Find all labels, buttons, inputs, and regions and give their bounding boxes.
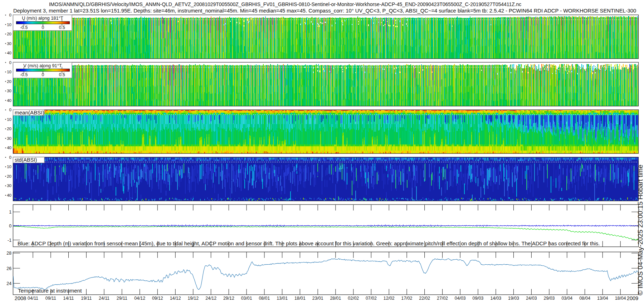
svg-text:0.5: 0.5: [59, 25, 65, 30]
svg-text:29/11: 29/11: [117, 296, 127, 301]
svg-text:04/11: 04/11: [28, 296, 38, 301]
svg-text:27/02: 27/02: [437, 296, 448, 301]
svg-text:© IMOS 04-May-2025 23:00:15 Ho: © IMOS 04-May-2025 23:00:15 Hobart time: [636, 165, 644, 295]
svg-text:0.5: 0.5: [59, 72, 65, 77]
svg-text:2008: 2008: [15, 295, 26, 301]
svg-text:22/02: 22/02: [419, 296, 430, 301]
svg-text:03/01: 03/01: [241, 296, 252, 301]
svg-text:0: 0: [42, 72, 44, 77]
svg-text:Deployment 3, member 1 lat=23.: Deployment 3, member 1 lat=23.51S lon=15…: [13, 8, 636, 14]
svg-text:0: 0: [9, 224, 11, 229]
svg-text:09/03: 09/03: [473, 296, 484, 301]
svg-text:19/11: 19/11: [81, 296, 92, 301]
svg-text:08/01: 08/01: [259, 296, 270, 301]
svg-text:04/12: 04/12: [134, 296, 145, 301]
svg-text:-0.5: -0.5: [20, 25, 28, 30]
svg-text:14/11: 14/11: [63, 296, 74, 301]
svg-text:30: 30: [7, 183, 11, 188]
svg-text:Blue: ADCP Depth (m) variation: Blue: ADCP Depth (m) variation from sens…: [18, 240, 600, 246]
svg-text:0: 0: [9, 60, 11, 65]
svg-text:17/02: 17/02: [401, 296, 413, 301]
svg-text:30: 30: [7, 41, 11, 46]
svg-text:24/12: 24/12: [205, 296, 216, 301]
svg-text:IMOS/ANMN/QLD/GBRHIS/Velocity/: IMOS/ANMN/QLD/GBRHIS/Velocity/IMOS_ANMN-…: [49, 1, 521, 7]
svg-text:40: 40: [7, 193, 11, 197]
svg-text:-0.5: -0.5: [20, 72, 28, 77]
svg-text:07/02: 07/02: [366, 296, 377, 301]
svg-text:24/03: 24/03: [526, 296, 537, 301]
svg-text:08/04: 08/04: [579, 296, 590, 301]
svg-text:09/12: 09/12: [152, 296, 163, 301]
svg-text:04/03: 04/03: [455, 296, 466, 301]
svg-text:10: 10: [7, 165, 11, 169]
svg-text:-1: -1: [8, 238, 11, 243]
svg-text:09/11: 09/11: [45, 296, 56, 301]
svg-text:40: 40: [7, 51, 11, 55]
svg-text:10: 10: [7, 23, 11, 27]
svg-text:10: 10: [7, 70, 11, 74]
svg-text:26: 26: [6, 266, 11, 271]
svg-text:40: 40: [7, 98, 11, 103]
svg-text:10: 10: [7, 117, 11, 122]
svg-text:std(ABSI): std(ABSI): [15, 157, 37, 163]
svg-text:mean(ABSI): mean(ABSI): [15, 109, 44, 116]
svg-text:03/04: 03/04: [561, 296, 572, 301]
svg-text:13/01: 13/01: [277, 296, 288, 301]
svg-text:U (m/s) along 181°T: U (m/s) along 181°T: [22, 15, 63, 21]
svg-text:0: 0: [9, 13, 11, 17]
svg-text:24/11: 24/11: [99, 296, 109, 301]
svg-text:23/01: 23/01: [312, 296, 323, 301]
svg-text:24: 24: [6, 281, 11, 286]
svg-text:30: 30: [7, 136, 11, 141]
svg-text:30: 30: [7, 89, 11, 93]
svg-text:40: 40: [7, 146, 11, 150]
svg-text:12/02: 12/02: [384, 296, 395, 301]
svg-text:V (m/s) along 91°T: V (m/s) along 91°T: [23, 63, 62, 68]
svg-text:13/04: 13/04: [597, 296, 608, 301]
svg-text:28: 28: [6, 251, 11, 256]
svg-text:0: 0: [9, 155, 11, 160]
svg-text:29/12: 29/12: [223, 296, 234, 301]
svg-text:0: 0: [9, 108, 11, 112]
svg-text:Temperature at instrument: Temperature at instrument: [18, 288, 82, 294]
svg-text:18/01: 18/01: [294, 296, 306, 301]
svg-text:02/02: 02/02: [348, 296, 359, 301]
svg-text:2009: 2009: [627, 295, 638, 301]
svg-text:19/03: 19/03: [508, 296, 519, 301]
svg-text:18/04: 18/04: [615, 296, 626, 301]
svg-text:14/12: 14/12: [170, 296, 181, 301]
svg-text:28/01: 28/01: [330, 296, 341, 301]
svg-text:29/03: 29/03: [544, 296, 555, 301]
svg-text:20: 20: [7, 79, 11, 84]
svg-text:20: 20: [7, 32, 11, 36]
svg-text:14/03: 14/03: [490, 296, 501, 301]
svg-text:20: 20: [7, 174, 11, 178]
svg-text:19/12: 19/12: [187, 296, 199, 301]
svg-text:1: 1: [9, 210, 11, 215]
svg-text:20: 20: [7, 127, 11, 131]
svg-text:0: 0: [42, 25, 44, 30]
